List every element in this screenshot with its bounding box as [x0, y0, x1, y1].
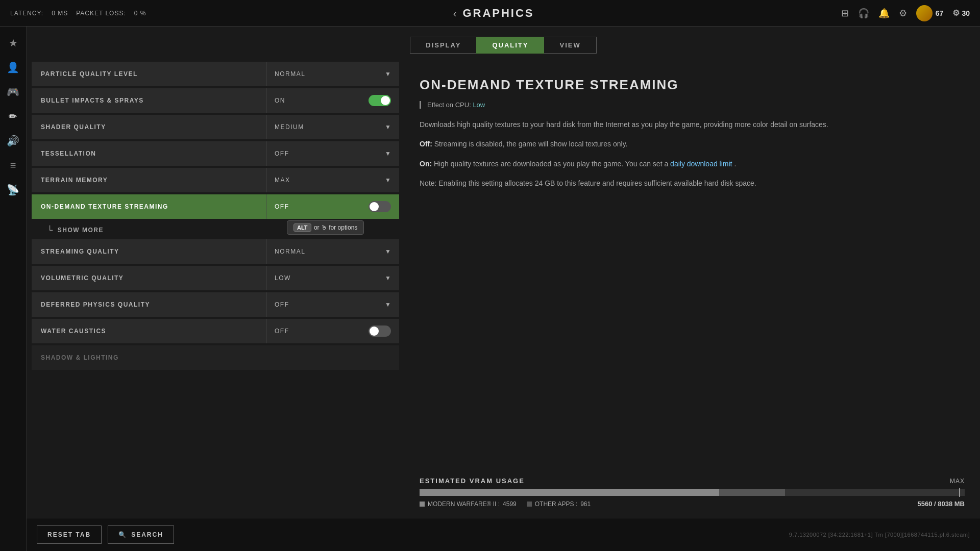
off-body: Streaming is disabled, the game will sho… [434, 140, 628, 148]
settings-icon[interactable]: ⚙ [899, 8, 907, 19]
setting-value-streaming-quality: NORMAL ▼ [266, 248, 399, 255]
search-button[interactable]: 🔍 SEARCH [108, 525, 174, 544]
setting-row-shadow-lighting[interactable]: SHADOW & LIGHTING [32, 345, 399, 370]
back-button[interactable]: ‹ [453, 8, 457, 18]
info-title: ON-DEMAND TEXTURE STREAMING [420, 77, 965, 93]
dropdown-arrow-deferred: ▼ [385, 301, 391, 308]
dropdown-arrow-particle-quality: ▼ [385, 70, 391, 78]
setting-value-texture-streaming: OFF [266, 201, 399, 212]
setting-row-particle-quality[interactable]: PARTICLE QUALITY LEVEL NORMAL ▼ [32, 62, 399, 86]
sidebar-item-network[interactable]: 📡 [2, 179, 24, 201]
setting-row-tessellation[interactable]: TESSELLATION OFF ▼ [32, 141, 399, 166]
grid-icon[interactable]: ⊞ [841, 8, 849, 19]
dropdown-arrow-tessellation: ▼ [385, 150, 391, 157]
vram-bar-other [719, 489, 785, 496]
setting-row-streaming-quality[interactable]: STREAMING QUALITY NORMAL ▼ [32, 239, 399, 264]
setting-label-tessellation: TESSELLATION [32, 150, 266, 157]
toggle-bullet-impacts[interactable] [369, 95, 391, 106]
cpu-effect-label: Effect on CPU: [427, 101, 471, 109]
setting-value-text-streaming-quality: NORMAL [275, 248, 305, 255]
search-label: SEARCH [131, 531, 163, 538]
info-description-1: Downloads high quality textures to your … [420, 119, 965, 130]
packet-loss-label: PACKET LOSS: [76, 10, 126, 17]
on-label: On: [420, 160, 432, 168]
info-description-2: Off: Streaming is disabled, the game wil… [420, 138, 965, 149]
main-content: DISPLAY QUALITY VIEW PARTICLE QUALITY LE… [27, 27, 980, 551]
alt-key-badge: ALT [293, 223, 311, 232]
info-cpu-effect: Effect on CPU: Low [420, 101, 965, 109]
setting-row-terrain-memory[interactable]: TERRAIN MEMORY MAX ▼ [32, 168, 399, 192]
dropdown-arrow-terrain: ▼ [385, 177, 391, 184]
sidebar-item-menu[interactable]: ≡ [2, 154, 24, 177]
bottom-bar: RESET TAB 🔍 SEARCH 9.7.13200072 [34:222:… [27, 518, 980, 551]
search-icon: 🔍 [118, 531, 127, 538]
toggle-water-caustics[interactable] [369, 325, 391, 337]
setting-row-deferred-physics[interactable]: DEFERRED PHYSICS QUALITY OFF ▼ [32, 292, 399, 317]
topbar: LATENCY: 0 MS PACKET LOSS: 0 % ‹ GRAPHIC… [0, 0, 980, 27]
user-level: 67 [936, 9, 944, 17]
on-body: High quality textures are downloaded as … [434, 160, 670, 168]
setting-value-water-caustics: OFF [266, 325, 399, 337]
dropdown-arrow-streaming: ▼ [385, 248, 391, 255]
settings-panel: PARTICLE QUALITY LEVEL NORMAL ▼ BULLET I… [27, 62, 404, 518]
setting-label-shader-quality: SHADER QUALITY [32, 123, 266, 131]
setting-value-text-volumetric-quality: LOW [275, 274, 291, 282]
download-limit-link[interactable]: daily download limit [670, 160, 732, 168]
tooltip-mouse: 🖱 [321, 224, 327, 231]
packet-loss-value: 0 % [134, 10, 146, 17]
headset-icon[interactable]: 🎧 [858, 8, 869, 19]
sidebar-item-profile[interactable]: 👤 [2, 56, 24, 79]
setting-value-text-particle-quality: NORMAL [275, 70, 305, 78]
currency-value: 30 [962, 9, 970, 17]
setting-value-text-deferred-physics: OFF [275, 301, 289, 308]
setting-label-volumetric-quality: VOLUMETRIC QUALITY [32, 274, 266, 282]
setting-row-volumetric-quality[interactable]: VOLUMETRIC QUALITY LOW ▼ [32, 266, 399, 290]
vram-total: 5560 / 8038 MB [917, 500, 965, 508]
setting-value-deferred-physics: OFF ▼ [266, 301, 399, 308]
page-title: GRAPHICS [462, 7, 534, 20]
vram-legend: MODERN WARFARE® II : 4599 OTHER APPS : 9… [420, 500, 965, 508]
setting-label-water-caustics: WATER CAUSTICS [32, 328, 266, 335]
setting-label-texture-streaming: ON-DEMAND TEXTURE STREAMING [32, 203, 266, 210]
sidebar-item-edit[interactable]: ✏ [2, 105, 24, 128]
reset-tab-button[interactable]: RESET TAB [37, 525, 102, 544]
setting-row-shader-quality[interactable]: SHADER QUALITY MEDIUM ▼ [32, 115, 399, 139]
show-more-label: SHOW MORE [58, 227, 104, 234]
setting-value-shader-quality: MEDIUM ▼ [266, 123, 399, 131]
bottom-left: RESET TAB 🔍 SEARCH [37, 525, 174, 544]
user-info: 67 [916, 5, 944, 21]
tab-quality[interactable]: QUALITY [476, 37, 544, 54]
on-end: . [734, 160, 736, 168]
setting-value-text-water-caustics: OFF [275, 328, 289, 335]
setting-label-shadow-lighting: SHADOW & LIGHTING [32, 354, 399, 361]
toggle-texture-streaming[interactable] [369, 201, 391, 212]
show-more-icon: └ [47, 226, 54, 235]
dropdown-arrow-volumetric: ▼ [385, 274, 391, 282]
currency-icon: ⚙ [952, 8, 960, 18]
setting-value-text-shader-quality: MEDIUM [275, 123, 304, 131]
setting-value-terrain-memory: MAX ▼ [266, 177, 399, 184]
tab-view[interactable]: VIEW [544, 37, 596, 54]
setting-value-volumetric-quality: LOW ▼ [266, 274, 399, 282]
setting-value-text-tessellation: OFF [275, 150, 289, 157]
setting-row-water-caustics[interactable]: WATER CAUSTICS OFF [32, 319, 399, 343]
setting-value-tessellation: OFF ▼ [266, 150, 399, 157]
vram-game-label: MODERN WARFARE® II : [428, 500, 500, 508]
vram-header: ESTIMATED VRAM USAGE MAX [420, 477, 965, 485]
setting-row-bullet-impacts[interactable]: BULLET IMPACTS & SPRAYS ON [32, 88, 399, 113]
setting-label-particle-quality: PARTICLE QUALITY LEVEL [32, 70, 266, 78]
tooltip-suffix: for options [329, 224, 357, 231]
sidebar-item-audio[interactable]: 🔊 [2, 130, 24, 152]
vram-game-value: 4599 [503, 500, 517, 508]
sidebar-item-controller[interactable]: 🎮 [2, 81, 24, 103]
tab-display[interactable]: DISPLAY [410, 37, 476, 54]
setting-label-streaming-quality: STREAMING QUALITY [32, 248, 266, 255]
avatar [916, 5, 933, 21]
vram-bar-used [420, 489, 719, 496]
dropdown-arrow-shader: ▼ [385, 123, 391, 131]
vram-section: ESTIMATED VRAM USAGE MAX MODERN WARFARE®… [420, 467, 965, 508]
setting-row-texture-streaming[interactable]: ON-DEMAND TEXTURE STREAMING OFF [32, 194, 399, 219]
version-info: 9.7.13200072 [34:222:1681+1] Tm [7000][1… [789, 532, 970, 538]
bell-icon[interactable]: 🔔 [878, 8, 890, 19]
sidebar-item-favorites[interactable]: ★ [2, 32, 24, 54]
